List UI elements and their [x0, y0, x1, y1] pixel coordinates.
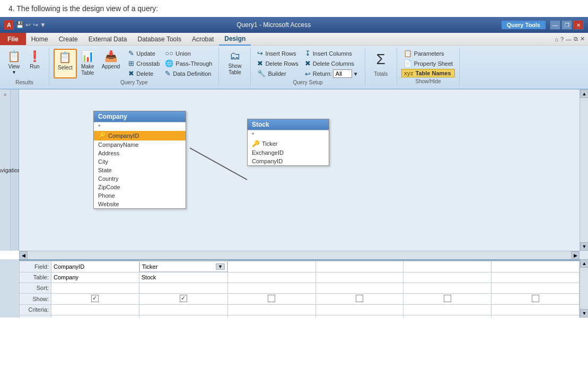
show-checkbox-6[interactable] — [532, 295, 539, 302]
help-icon[interactable]: ⌂ — [555, 36, 558, 42]
design-tab[interactable]: Design — [219, 33, 251, 46]
make-table-button[interactable]: 📊 MakeTable — [78, 49, 98, 78]
view-dropdown-arrow[interactable]: ▼ — [12, 70, 16, 75]
grid-or-col6[interactable] — [492, 315, 580, 318]
restore-button[interactable]: ❐ — [561, 20, 572, 30]
grid-sort-col2[interactable] — [139, 283, 227, 293]
return-value[interactable]: All — [333, 69, 352, 78]
append-button[interactable]: 📥 Append — [99, 49, 123, 78]
insert-rows-button[interactable]: ↪ Insert Rows — [255, 49, 300, 58]
grid-show-col6[interactable] — [492, 293, 580, 304]
grid-show-col1[interactable] — [51, 293, 139, 304]
company-field-phone[interactable]: Phone — [94, 191, 186, 200]
grid-sort-col4[interactable] — [315, 283, 403, 293]
show-checkbox-4[interactable] — [356, 295, 363, 302]
grid-show-col2[interactable] — [139, 293, 227, 304]
show-checkbox-3[interactable] — [268, 295, 275, 302]
company-table-header[interactable]: Company — [94, 111, 186, 122]
company-field-website[interactable]: Website — [94, 200, 186, 208]
delete-button[interactable]: ✖ Delete — [126, 69, 162, 78]
database-tools-menu[interactable]: Database Tools — [132, 33, 187, 45]
grid-sort-col3[interactable] — [227, 283, 315, 293]
table-names-button[interactable]: xyz Table Names — [401, 69, 455, 77]
grid-field-col5[interactable] — [403, 261, 492, 272]
close-app-btn[interactable]: ✕ — [580, 36, 585, 42]
data-definition-button[interactable]: ✎ Data Definition — [163, 69, 214, 78]
scroll-up-arrow[interactable]: ▲ — [580, 90, 588, 98]
grid-field-col3[interactable] — [227, 261, 315, 272]
restore-app-btn[interactable]: ⧉ — [574, 36, 578, 42]
grid-or-col1[interactable] — [51, 315, 139, 318]
property-sheet-button[interactable]: 📄 Property Sheet — [401, 59, 455, 68]
view-button[interactable]: 📋 View ▼ — [4, 49, 24, 76]
collapse-arrows-icon[interactable]: » — [4, 92, 7, 98]
company-field-city[interactable]: City — [94, 157, 186, 166]
grid-criteria-col3[interactable] — [227, 304, 315, 315]
external-data-menu[interactable]: External Data — [83, 33, 133, 45]
grid-table-col4[interactable] — [315, 272, 403, 283]
close-button[interactable]: ✕ — [573, 20, 584, 30]
stock-field-ticker[interactable]: 🔑 Ticker — [248, 139, 329, 148]
scroll-right-arrow[interactable]: ▶ — [571, 251, 580, 260]
grid-sort-col6[interactable] — [492, 283, 580, 293]
min-app-btn[interactable]: — — [566, 36, 572, 42]
grid-table-col5[interactable] — [403, 272, 492, 283]
grid-criteria-col4[interactable] — [315, 304, 403, 315]
show-checkbox-1[interactable] — [91, 295, 99, 302]
grid-criteria-col5[interactable] — [403, 304, 492, 315]
grid-or-col5[interactable] — [403, 315, 492, 318]
show-checkbox-5[interactable] — [444, 295, 451, 302]
select-button[interactable]: 📋 Select — [54, 49, 77, 78]
crosstab-button[interactable]: ⊞ Crosstab — [126, 59, 162, 68]
update-button[interactable]: ✎ Update — [126, 49, 162, 58]
grid-show-col3[interactable] — [227, 293, 315, 304]
delete-columns-button[interactable]: ✖ Delete Columns — [303, 59, 361, 68]
company-field-companyid[interactable]: 🔑 CompanyID — [94, 131, 186, 140]
company-field-zipcode[interactable]: ZipCode — [94, 183, 186, 191]
parameters-button[interactable]: 📋 Parameters — [401, 49, 455, 58]
acrobat-menu[interactable]: Acrobat — [187, 33, 219, 45]
grid-field-col1[interactable]: CompanyID — [51, 261, 139, 272]
grid-criteria-col2[interactable] — [139, 304, 227, 315]
grid-criteria-col6[interactable] — [492, 304, 580, 315]
grid-sort-col1[interactable] — [51, 283, 139, 293]
run-button[interactable]: ❗ Run — [25, 49, 45, 71]
grid-or-col2[interactable] — [139, 315, 227, 318]
grid-field-col4[interactable] — [315, 261, 403, 272]
pass-through-button[interactable]: 🌐 Pass-Through — [163, 59, 214, 68]
return-button[interactable]: ↩ Return: All ▼ — [303, 69, 361, 78]
return-dropdown-arrow[interactable]: ▼ — [353, 71, 358, 77]
show-checkbox-2[interactable] — [180, 295, 187, 302]
company-field-address[interactable]: Address — [94, 149, 186, 157]
insert-columns-button[interactable]: ↧ Insert Columns — [303, 49, 361, 58]
company-field-companyname[interactable]: CompanyName — [94, 140, 186, 149]
company-field-country[interactable]: Country — [94, 174, 186, 183]
show-table-button[interactable]: 🗂 ShowTable — [225, 49, 244, 77]
grid-show-col5[interactable] — [403, 293, 492, 304]
scroll-left-arrow[interactable]: ◀ — [19, 251, 28, 260]
scroll-track[interactable] — [580, 98, 588, 242]
grid-scroll-track[interactable] — [580, 268, 588, 309]
grid-table-col3[interactable] — [227, 272, 315, 283]
grid-table-col1[interactable]: Company — [51, 272, 139, 283]
grid-table-col2[interactable]: Stock — [139, 272, 227, 283]
stock-field-companyid[interactable]: CompanyID — [248, 157, 329, 165]
grid-field-col6[interactable] — [492, 261, 580, 272]
union-button[interactable]: ○○ Union — [163, 49, 214, 58]
grid-or-col3[interactable] — [227, 315, 315, 318]
company-field-state[interactable]: State — [94, 166, 186, 174]
delete-rows-button[interactable]: ✖ Delete Rows — [255, 59, 300, 68]
help-btn[interactable]: ? — [560, 36, 564, 42]
builder-button[interactable]: 🔧 Builder — [255, 69, 300, 78]
grid-sort-col5[interactable] — [403, 283, 492, 293]
grid-show-col4[interactable] — [315, 293, 403, 304]
hscroll-track[interactable] — [28, 251, 571, 260]
grid-scroll-up[interactable]: ▲ — [580, 259, 588, 268]
grid-criteria-col1[interactable] — [51, 304, 139, 315]
ticker-dropdown-arrow[interactable]: ▼ — [216, 263, 225, 270]
totals-button[interactable]: Σ — [372, 49, 390, 70]
grid-field-col2[interactable]: Ticker ▼ — [139, 261, 227, 272]
grid-or-col4[interactable] — [315, 315, 403, 318]
stock-table-header[interactable]: Stock — [248, 119, 329, 130]
grid-table-col6[interactable] — [492, 272, 580, 283]
